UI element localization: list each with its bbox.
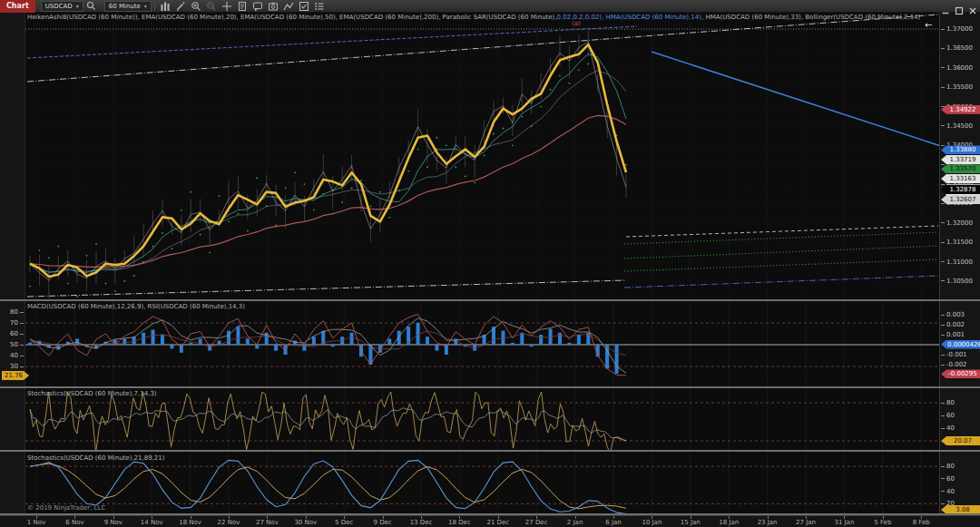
macd-tick-label: -0.002 [941, 361, 967, 368]
parabolic-sar-dot [285, 187, 287, 189]
trendline-icon[interactable] [282, 1, 296, 12]
parabolic-sar-dot [95, 243, 97, 245]
crosshair-icon[interactable] [220, 1, 234, 12]
chart-style-icon[interactable] [159, 1, 172, 12]
rsi-value-badge: 21.76 [2, 371, 29, 380]
time-tick-label: 10 Jan [642, 519, 662, 526]
upper-channel-annotation [27, 15, 938, 82]
parabolic-sar-dot [540, 106, 542, 108]
stoch-tick-label: 60 [941, 475, 955, 483]
panel-separator[interactable] [0, 450, 980, 452]
time-tick-label: 15 Jan [681, 519, 701, 526]
draw-pencil-icon[interactable] [174, 1, 188, 12]
wave-label-a: (a) [572, 20, 581, 27]
left-value-axis[interactable]: 80706050403021.76 [0, 13, 25, 515]
price-chart-canvas[interactable] [25, 13, 939, 299]
parabolic-sar-dot [455, 166, 456, 168]
parabolic-sar-dot [351, 187, 353, 189]
macd-histogram-bar [312, 337, 316, 345]
data-box-icon[interactable] [298, 1, 311, 12]
main-label-post: , HMA(USDCAD (60 Minute),33), Bollinger(… [701, 14, 920, 21]
price-badge-1.33163: 1.33163 [941, 174, 980, 183]
macd-rsi-canvas[interactable] [25, 301, 939, 386]
window-controls [941, 2, 977, 19]
panel-separator[interactable] [0, 513, 980, 515]
time-tick-label: 23 Jan [758, 519, 778, 526]
panel-separator[interactable] [0, 386, 980, 388]
macd-histogram-bar [558, 333, 562, 345]
green-support-2-annotation [624, 246, 938, 259]
price-tick-label: 1.31500 [941, 239, 973, 246]
price-axis[interactable]: 1.370001.365001.360001.355001.350001.345… [939, 13, 980, 515]
panel-separator[interactable] [0, 299, 980, 301]
time-tick-label: 13 Dec [410, 519, 433, 526]
parabolic-sar-dot [294, 171, 296, 173]
stoch-tick-label: 40 [941, 425, 955, 432]
macd-histogram-bar [28, 343, 32, 345]
toolbar: Chart USDCAD ▾ 60 Minute ▾ [0, 0, 980, 13]
parabolic-sar-dot [57, 246, 59, 248]
price-tick-label: 1.36500 [941, 44, 973, 52]
parabolic-sar-dot [181, 210, 182, 211]
instrument-search-icon[interactable] [84, 1, 98, 12]
new-note-icon[interactable] [236, 1, 250, 12]
parabolic-sar-dot [152, 246, 154, 248]
parabolic-sar-dot [569, 83, 571, 84]
lower-blue-line-annotation [624, 276, 938, 288]
macd-tick-label: 0.003 [941, 311, 965, 318]
price-badge-1.33719: 1.33719 [941, 155, 980, 164]
parabolic-sar-dot [29, 286, 31, 288]
zoom-out-icon[interactable] [205, 1, 219, 12]
instrument-selector[interactable]: USDCAD ▾ [41, 1, 83, 12]
parabolic-sar-dot [578, 69, 580, 71]
stoch-tick-label: 80 [941, 399, 955, 406]
stochastics-fast-canvas[interactable] [25, 388, 939, 450]
parabolic-sar-dot [446, 144, 447, 146]
window-maximize-icon[interactable] [955, 2, 964, 19]
time-axis[interactable]: 1 Nov6 Nov9 Nov14 Nov18 Nov22 Nov27 Nov3… [0, 515, 980, 527]
parabolic-sar-dot [379, 191, 381, 193]
rsi-tick-label: 30 [10, 363, 24, 370]
time-tick-label: 1 Nov [27, 519, 45, 526]
time-tick-label: 9 Nov [104, 519, 122, 526]
macd-histogram-bar [274, 345, 278, 351]
copyright-text: © 2019 NinjaTrader, LLC [27, 504, 105, 512]
stoch-tick-label: 80 [941, 463, 955, 470]
time-tick-label: 14 Nov [141, 519, 163, 526]
macd-badge: 0.0000426 [941, 340, 980, 349]
interval-value: 60 Minute [109, 3, 141, 10]
window-close-icon[interactable] [968, 2, 977, 19]
parabolic-sar-dot [474, 181, 475, 183]
right-white-line-annotation [626, 226, 938, 237]
zoom-in-icon[interactable] [190, 1, 203, 12]
parabolic-sar-dot [256, 177, 258, 179]
macd-histogram-bar [435, 345, 438, 351]
macd-histogram-bar [293, 341, 297, 345]
macd-histogram-bar [170, 345, 173, 348]
parabolic-sar-dot [503, 128, 505, 130]
time-tick-label: 30 Nov [294, 519, 317, 526]
toolbar-separator [154, 2, 155, 11]
properties-list-icon[interactable] [313, 1, 327, 12]
parabolic-sar-dot [512, 144, 514, 146]
parabolic-sar-dot [162, 232, 163, 234]
chevron-down-icon: ▾ [144, 2, 147, 11]
price-tick-label: 1.30500 [941, 278, 973, 285]
scroll-left-arrow-icon[interactable]: ← [925, 21, 932, 30]
rsi-tick-label: 70 [10, 319, 24, 327]
interval-selector[interactable]: 60 Minute ▾ [104, 1, 152, 12]
snapshot-icon[interactable] [267, 1, 280, 12]
macd-tick-label: 0.002 [941, 321, 965, 328]
macd-histogram-bar [152, 330, 155, 346]
parabolic-sar-dot [114, 290, 116, 292]
parabolic-sar-dot [417, 149, 419, 151]
alerts-icon[interactable] [251, 1, 265, 12]
stoch2-indicator-label: Stochastics(USDCAD (60 Minute),21,89,21) [27, 454, 165, 462]
parabolic-sar-dot [360, 180, 362, 181]
green-support-3-annotation [624, 259, 938, 271]
parabolic-sar-dot [86, 255, 88, 257]
chart-tab[interactable]: Chart [0, 0, 35, 13]
macd-histogram-bar [236, 327, 240, 345]
window-minimize-icon[interactable] [941, 2, 950, 19]
macd-histogram-bar [530, 345, 534, 346]
